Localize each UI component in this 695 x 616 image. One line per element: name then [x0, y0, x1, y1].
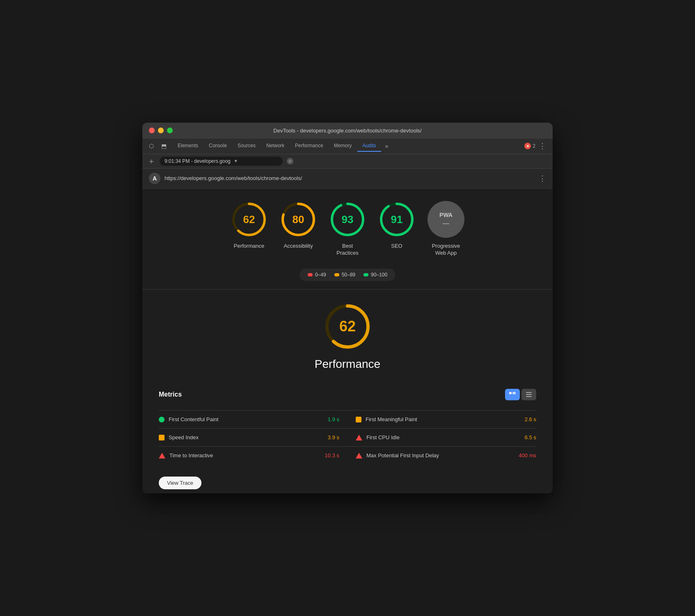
tti-icon [159, 453, 165, 459]
score-item-accessibility[interactable]: 80 Accessibility [278, 201, 319, 250]
tab-memory[interactable]: Memory [329, 140, 357, 152]
legend-red-label: 0–49 [315, 272, 326, 278]
legend-green-label: 90–100 [371, 272, 387, 278]
score-item-performance[interactable]: 62 Performance [229, 201, 270, 250]
metrics-toggle [505, 389, 536, 400]
score-item-seo[interactable]: 91 SEO [376, 201, 417, 250]
fcp-value: 1.9 s [328, 416, 339, 422]
svg-rect-13 [526, 392, 532, 393]
si-name: Speed Index [169, 434, 324, 440]
view-trace-button[interactable]: View Trace [159, 477, 201, 489]
pwa-category-label: ProgressiveWeb App [432, 243, 460, 257]
svg-rect-10 [509, 392, 512, 394]
metrics-header: Metrics [159, 389, 536, 404]
svg-rect-15 [526, 396, 532, 397]
svg-rect-14 [526, 394, 532, 395]
maximize-button[interactable] [167, 128, 173, 133]
score-item-pwa[interactable]: PWA — ProgressiveWeb App [425, 201, 466, 257]
toggle-grid-button[interactable] [505, 389, 520, 400]
url-input[interactable]: 9:01:34 PM - developers.goog ▼ [160, 157, 283, 166]
content-url-bar: A https://developers.google.com/web/tool… [142, 169, 553, 189]
seo-circle: 91 [378, 201, 415, 238]
accessibility-label: Accessibility [284, 243, 313, 250]
bottom-partial: View Trace [142, 472, 553, 493]
dock-icon[interactable]: ⬒ [159, 141, 169, 151]
mpfid-icon [356, 453, 362, 459]
tab-bar: ⬡ ⬒ Elements Console Sources Network Per… [142, 139, 553, 154]
tab-network[interactable]: Network [261, 140, 289, 152]
pwa-label: PWA [439, 212, 453, 218]
performance-score: 62 [243, 213, 255, 226]
seo-score: 91 [391, 213, 403, 226]
best-practices-score: 93 [342, 213, 354, 226]
content-menu-icon[interactable]: ⋮ [539, 174, 546, 183]
metric-fci: First CPU Idle 6.5 s [356, 434, 536, 440]
legend-orange-dot [334, 273, 339, 276]
metric-si: Speed Index 3.9 s [159, 434, 339, 440]
title-bar: DevTools - developers.google.com/web/too… [142, 123, 553, 139]
metric-fmp: First Meaningful Paint 2.6 s [356, 416, 536, 422]
metrics-table: First Contentful Paint 1.9 s First Meani… [159, 410, 536, 464]
legend-orange-label: 50–89 [342, 272, 355, 278]
tab-audits[interactable]: Audits [357, 140, 381, 152]
fmp-value: 2.6 s [525, 416, 536, 422]
tab-sources[interactable]: Sources [233, 140, 261, 152]
metrics-section: Metrics [142, 389, 553, 472]
content-url-text: https://developers.google.com/web/tools/… [165, 175, 535, 181]
legend-green: 90–100 [364, 272, 387, 278]
legend-orange: 50–89 [334, 272, 355, 278]
main-performance-title: Performance [315, 358, 380, 371]
toggle-list-button[interactable] [521, 389, 536, 400]
new-tab-button[interactable]: ＋ [147, 157, 155, 165]
performance-label: Performance [234, 243, 264, 250]
error-count: 2 [533, 143, 535, 149]
si-value: 3.9 s [328, 434, 339, 440]
mpfid-name: Max Potential First Input Delay [366, 452, 514, 459]
close-button[interactable] [149, 128, 155, 133]
site-favicon: A [149, 173, 160, 184]
tab-elements[interactable]: Elements [173, 140, 203, 152]
tti-name: Time to Interactive [169, 452, 321, 459]
mpfid-value: 400 ms [519, 452, 536, 459]
tab-performance[interactable]: Performance [290, 140, 328, 152]
fmp-icon [356, 417, 361, 422]
address-bar: ＋ 9:01:34 PM - developers.goog ▼ ⊘ [142, 154, 553, 169]
seo-label: SEO [391, 243, 402, 250]
score-legend: 0–49 50–89 90–100 [299, 269, 396, 281]
tab-console[interactable]: Console [204, 140, 232, 152]
metric-tti: Time to Interactive 10.3 s [159, 452, 339, 459]
browser-window: DevTools - developers.google.com/web/too… [142, 123, 553, 494]
minimize-button[interactable] [158, 128, 164, 133]
pwa-circle: PWA — [428, 201, 464, 238]
accessibility-score: 80 [293, 213, 304, 226]
metrics-title: Metrics [159, 391, 182, 398]
metric-fcp: First Contentful Paint 1.9 s [159, 416, 339, 422]
fcp-icon [159, 417, 165, 422]
metrics-row-1: First Contentful Paint 1.9 s First Meani… [159, 410, 536, 428]
score-item-best-practices[interactable]: 93 BestPractices [327, 201, 368, 257]
window-title: DevTools - developers.google.com/web/too… [273, 128, 421, 134]
performance-circle: 62 [231, 201, 267, 238]
metrics-row-2: Speed Index 3.9 s First CPU Idle 6.5 s [159, 428, 536, 446]
devtools-menu-icon[interactable]: ⋮ [536, 141, 549, 151]
tti-value: 10.3 s [325, 452, 339, 459]
accessibility-circle: 80 [280, 201, 317, 238]
no-icon: ⊘ [287, 158, 293, 164]
fci-icon [356, 435, 362, 440]
legend-red: 0–49 [308, 272, 326, 278]
pwa-dash: — [443, 220, 449, 227]
legend-green-dot [364, 273, 368, 276]
metric-mpfid: Max Potential First Input Delay 400 ms [356, 452, 536, 459]
more-tabs-button[interactable]: » [382, 141, 392, 151]
cursor-icon[interactable]: ⬡ [146, 141, 156, 151]
error-badge: ✕ 2 [524, 143, 535, 149]
fci-name: First CPU Idle [366, 434, 521, 440]
fcp-name: First Contentful Paint [169, 416, 324, 422]
legend-red-dot [308, 273, 313, 276]
best-practices-label: BestPractices [336, 243, 358, 257]
page-content: A https://developers.google.com/web/tool… [142, 169, 553, 494]
main-performance-section: 62 Performance [142, 290, 553, 389]
si-icon [159, 435, 165, 440]
fmp-name: First Meaningful Paint [366, 416, 521, 422]
error-icon: ✕ [524, 143, 531, 149]
